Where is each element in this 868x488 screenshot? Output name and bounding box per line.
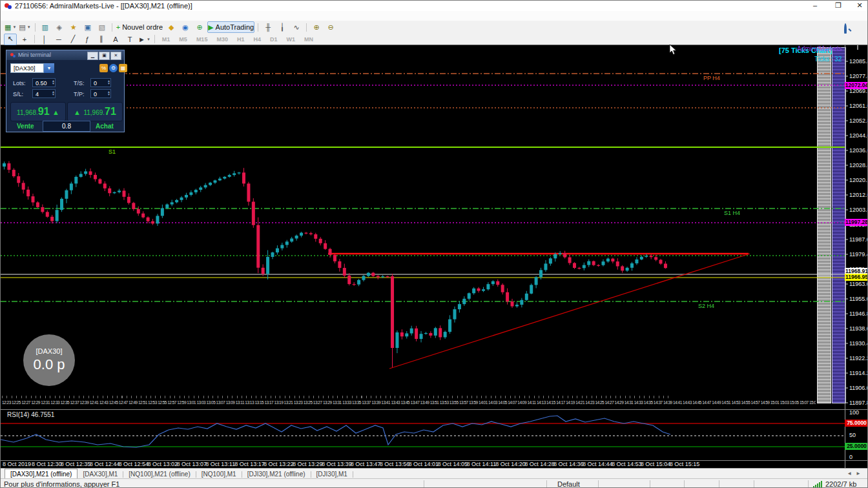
timeframe-D1[interactable]: D1: [265, 36, 282, 43]
strategy-tester-icon: ▧: [99, 23, 105, 32]
timeframe-MN[interactable]: MN: [300, 36, 318, 43]
connection-signal-icon: [813, 482, 823, 488]
zoom-in-button[interactable]: ⊕: [310, 21, 323, 33]
tab-dax30-m21[interactable]: [DAX30],M21 (offline): [5, 469, 78, 479]
strategy-tester-button[interactable]: ▧: [96, 21, 108, 33]
symbol-select[interactable]: [DAX30]: [10, 63, 44, 73]
horizontal-line-button[interactable]: ─: [52, 34, 65, 45]
tick-panel-purple: [832, 47, 846, 403]
line-chart-mode-button[interactable]: ∿: [290, 21, 303, 33]
timeframe-W1[interactable]: W1: [282, 36, 300, 43]
profiles-button[interactable]: ▤▼: [18, 21, 31, 33]
settings-gear-icon[interactable]: ⚙: [109, 64, 118, 72]
mini-terminal-maximize-button[interactable]: ▣: [99, 52, 110, 60]
mini-terminal-title: Mini terminal: [18, 52, 51, 58]
news-button[interactable]: ⊕: [193, 21, 206, 33]
profiles-icon: ▤: [19, 23, 25, 32]
bar-chart-mode-button[interactable]: ╫: [262, 21, 274, 33]
autotrading-button[interactable]: ▶AutoTrading: [207, 21, 254, 33]
cursor-icon: ↖: [7, 35, 13, 43]
tp-label: T/P:: [74, 91, 85, 97]
new-chart-button[interactable]: ▦▼: [4, 21, 17, 33]
line-chart-mode-icon: ∿: [294, 23, 300, 32]
ts-label: T/S:: [74, 80, 85, 86]
arrows-tool-button[interactable]: ►▼: [138, 34, 151, 45]
toolbar-standard: ▦▼▤▼▥◈★▣▧+Nouvel ordre◆◉⊕▶AutoTrading╫╽∿…: [1, 21, 868, 34]
data-window-button[interactable]: ◈: [53, 21, 66, 33]
text-label-button[interactable]: T: [123, 34, 136, 45]
crosshair-button[interactable]: +: [18, 34, 31, 45]
lots-spinner[interactable]: ▲▼: [52, 79, 55, 85]
tab-dax30-m1[interactable]: [DAX30],M1: [78, 469, 123, 479]
up-arrow-icon: ▲: [52, 108, 59, 116]
timeframe-H1[interactable]: H1: [232, 36, 249, 43]
tab-nq100-m1[interactable]: [NQ100],M1: [196, 469, 242, 479]
community-button[interactable]: ◉: [179, 21, 192, 33]
spread-box: 0.8: [43, 121, 90, 132]
trendline-icon: ╱: [71, 35, 76, 43]
data-window-icon: ◈: [56, 23, 61, 32]
dense-time-axis: 12:23 12:25 12:27 12:29 12:31 12:33 12:3…: [2, 398, 816, 407]
rsi-pane-border[interactable]: [1, 409, 868, 410]
metaeditor-button[interactable]: ◆: [165, 21, 178, 33]
trendline-button[interactable]: ╱: [67, 34, 79, 45]
candle-mode-button[interactable]: ╽: [276, 21, 289, 33]
tab-scroll-arrows[interactable]: ◄►: [847, 471, 865, 476]
new-order-label: Nouvel ordre: [122, 23, 163, 31]
restore-button[interactable]: ❐: [830, 1, 847, 11]
bar-chart-mode-icon: ╫: [265, 23, 271, 31]
timeframe-H4[interactable]: H4: [249, 36, 265, 43]
sell-price-button[interactable]: 11,968.91 ▲: [10, 102, 66, 121]
text-button[interactable]: A: [109, 34, 122, 45]
buy-price-button[interactable]: ▲ 11,969.71: [67, 102, 123, 121]
mini-terminal-panel[interactable]: Mini terminal ▁ ▣ ✕ [DAX30] ▼ % ⚙ ▦ Lots…: [6, 50, 125, 132]
tp-spinner[interactable]: ▲▼: [107, 90, 110, 96]
price-axis-divider: [845, 45, 845, 468]
terminal-button[interactable]: ▣: [81, 21, 94, 33]
news-icon: ⊕: [197, 23, 203, 32]
tab-dji30-m1[interactable]: [DJI30],M1: [311, 469, 353, 479]
new-chart-icon: ▦: [5, 23, 11, 32]
timeframe-M5[interactable]: M5: [174, 36, 192, 43]
tab-dji30-m21[interactable]: [DJI30],M21 (offline): [242, 469, 311, 479]
mini-terminal-titlebar[interactable]: Mini terminal ▁ ▣ ✕: [6, 50, 124, 60]
cursor-button[interactable]: ↖: [4, 34, 17, 45]
status-traffic: 2202/7 kb: [825, 480, 856, 488]
minimize-button[interactable]: –: [807, 1, 823, 11]
text-icon: A: [113, 36, 118, 43]
autotrading-label: AutoTrading: [216, 23, 254, 31]
new-order-button[interactable]: +Nouvel ordre: [116, 21, 163, 33]
market-watch-button[interactable]: ▥: [39, 21, 52, 33]
navigator-button[interactable]: ★: [67, 21, 80, 33]
community-icon: ◉: [182, 23, 189, 32]
mini-terminal-close-button[interactable]: ✕: [110, 52, 121, 60]
menu-bar: [1, 11, 868, 21]
timeframe-M1[interactable]: M1: [158, 36, 175, 43]
timeframe-M15[interactable]: M15: [192, 36, 212, 43]
timeframe-M30[interactable]: M30: [212, 36, 232, 43]
mini-terminal-minimize-button[interactable]: ▁: [87, 52, 98, 60]
fibonacci-button[interactable]: ƒ: [81, 34, 94, 45]
pnl-value: 0.0 p: [34, 356, 65, 373]
vertical-line-button[interactable]: │: [38, 34, 51, 45]
zoom-out-icon: ⊖: [328, 23, 334, 32]
pnl-badge[interactable]: [DAX30] 0.0 p: [23, 334, 75, 386]
tab-nq100-m21[interactable]: [NQ100],M21 (offline): [123, 469, 195, 479]
up-arrow-icon: ▲: [74, 108, 81, 116]
status-hint: Pour plus d'informations, appuyer F1: [4, 480, 119, 488]
ts-spinner[interactable]: ▲▼: [107, 79, 110, 85]
sl-spinner[interactable]: ▲▼: [52, 90, 55, 96]
symbol-dropdown-button[interactable]: ▼: [44, 63, 54, 73]
buy-button[interactable]: Achat: [96, 123, 114, 130]
close-button[interactable]: ✕: [851, 1, 868, 11]
navigator-icon: ★: [70, 23, 77, 32]
sell-button[interactable]: Vente: [17, 123, 34, 130]
text-label-icon: T: [128, 36, 132, 43]
templates-grid-icon[interactable]: ▦: [119, 64, 127, 72]
status-profile[interactable]: Default: [557, 480, 580, 488]
channel-button[interactable]: ∥: [95, 34, 108, 45]
crosshair-icon: +: [23, 36, 26, 43]
calculator-icon[interactable]: %: [99, 64, 108, 72]
rsi-pane-border[interactable]: [1, 460, 868, 461]
zoom-out-button[interactable]: ⊖: [324, 21, 337, 33]
